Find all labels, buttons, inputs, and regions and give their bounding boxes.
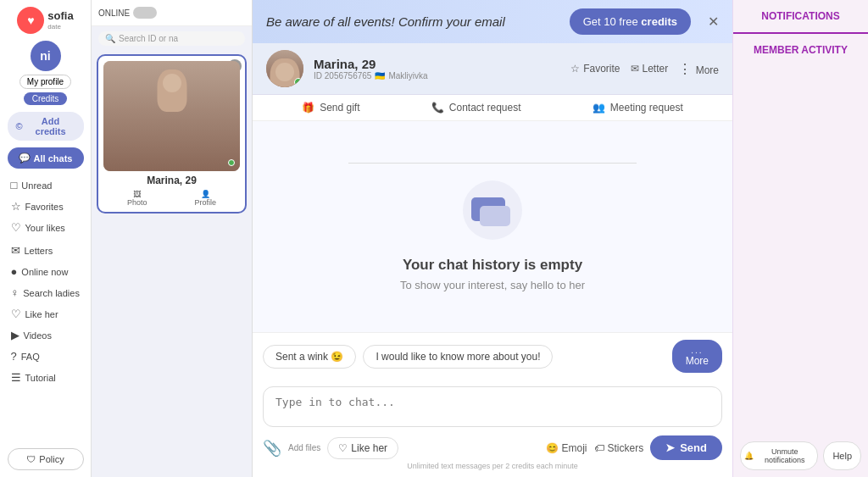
stickers-button[interactable]: 🏷 Stickers — [594, 442, 644, 454]
send-gift-label: Send gift — [320, 102, 359, 114]
banner-close-icon[interactable]: ✕ — [708, 14, 719, 30]
my-profile-button[interactable]: My profile — [19, 75, 71, 89]
sidebar-item-online-now[interactable]: ● Online now — [8, 262, 84, 281]
banner-message: Be aware of all events! Confirm your ema… — [266, 14, 505, 29]
sidebar-item-faq[interactable]: ? FAQ — [8, 347, 84, 366]
sidebar: ♥ sofia date ni My profile Credits © Add… — [0, 0, 92, 477]
input-actions: 📎 Add files ♡ Like her 😊 Emoji 🏷 Sticker… — [263, 435, 722, 460]
profile-icon: 👤 — [201, 190, 210, 198]
sidebar-item-search-ladies[interactable]: ♀ Search ladies — [8, 283, 84, 302]
help-button[interactable]: Help — [823, 441, 861, 470]
profile-id-row: ID 2056756765 🇺🇦 Makliyivka — [314, 71, 560, 80]
input-area: 📎 Add files ♡ Like her 😊 Emoji 🏷 Sticker… — [253, 380, 732, 477]
chat-body: Your chat history is empty To show your … — [253, 121, 732, 332]
all-chats-button[interactable]: 💬 All chats — [8, 147, 84, 169]
profile-tab[interactable]: 👤 Profile — [194, 190, 216, 207]
send-label: Send — [680, 441, 707, 454]
chat-card[interactable]: ✕ Marina, 29 🖼 Photo 👤 Profile — [97, 54, 247, 214]
sidebar-item-tutorial[interactable]: ☰ Tutorial — [8, 368, 84, 387]
chat-card-photo — [103, 61, 240, 171]
letter-icon: ✉ — [11, 244, 20, 257]
sidebar-filters: □ Unread ☆ Favorites ♡ Your likes — [8, 175, 84, 237]
chat-list-area: ONLINE 🔍 Search ID or na ✕ Marina, 29 🖼 … — [92, 0, 253, 477]
logo-sub: date — [47, 23, 73, 31]
chat-input[interactable] — [263, 386, 722, 427]
star-icon: ☆ — [11, 200, 21, 213]
more-btn-label: More — [686, 355, 709, 367]
online-switch[interactable] — [133, 7, 157, 19]
like-icon: ♡ — [11, 308, 21, 320]
search-icon: 🔍 — [105, 34, 115, 43]
empty-chat-sub: To show your interest, say hello to her — [400, 279, 585, 291]
search-bar[interactable]: 🔍 Search ID or na — [98, 31, 245, 46]
search-ladies-icon: ♀ — [11, 286, 19, 299]
policy-button[interactable]: 🛡 Policy — [8, 448, 84, 470]
star-icon: ☆ — [570, 63, 580, 75]
emoji-icon: 😊 — [546, 442, 559, 454]
unread-icon: □ — [11, 179, 18, 191]
contact-request-button[interactable]: 📞 Contact request — [431, 102, 521, 114]
emoji-button[interactable]: 😊 Emoji — [546, 442, 587, 454]
profile-online-dot — [294, 78, 303, 86]
sidebar-item-unread[interactable]: □ Unread — [8, 175, 84, 195]
divider — [348, 163, 637, 164]
shield-icon: 🛡 — [26, 454, 36, 464]
logo-name: sofia — [47, 10, 73, 22]
videos-label: Videos — [24, 330, 52, 341]
search-ladies-label: Search ladies — [23, 288, 80, 298]
unmute-button[interactable]: 🔔 Unmute notifications — [740, 441, 818, 470]
attach-button[interactable]: 📎 — [263, 439, 281, 458]
action-bar: 🎁 Send gift 📞 Contact request 👥 Meeting … — [253, 95, 732, 121]
sidebar-item-letters[interactable]: ✉ Letters — [8, 241, 84, 260]
add-credits-button[interactable]: © Add credits — [8, 112, 84, 141]
photo-tab[interactable]: 🖼 Photo — [127, 190, 147, 207]
more-quick-button[interactable]: ... More — [672, 340, 722, 373]
favorite-button[interactable]: ☆ Favorite — [570, 63, 620, 75]
right-panel: NOTIFICATIONS MEMBER ACTIVITY 🔔 Unmute n… — [732, 0, 868, 477]
avatar: ni — [31, 41, 61, 71]
know-more-button[interactable]: I would like to know more about you! — [363, 345, 553, 369]
sticker-icon: 🏷 — [594, 442, 604, 454]
emoji-label: Emoji — [562, 442, 587, 454]
meeting-request-button[interactable]: 👥 Meeting request — [593, 102, 683, 114]
profile-label: Profile — [194, 198, 216, 207]
online-now-label: Online now — [21, 267, 68, 277]
quick-replies: Sent a wink 😉 I would like to know more … — [253, 332, 732, 380]
banner-text: Be aware of all events! Confirm your ema… — [266, 14, 559, 29]
letters-label: Letters — [25, 246, 53, 256]
credits-bold-label: credits — [641, 15, 677, 28]
notifications-tab[interactable]: NOTIFICATIONS — [733, 0, 868, 34]
more-dots: ... — [691, 346, 703, 355]
more-button[interactable]: ⋮ More — [678, 61, 719, 77]
search-placeholder: Search ID or na — [119, 34, 178, 43]
sidebar-item-favorites[interactable]: ☆ Favorites — [8, 197, 84, 216]
unmute-label: Unmute notifications — [755, 447, 814, 464]
like-her-input-button[interactable]: ♡ Like her — [327, 437, 398, 459]
sidebar-nav: ✉ Letters ● Online now ♀ Search ladies ♡… — [8, 241, 84, 387]
heart-input-icon: ♡ — [338, 442, 348, 454]
sidebar-bottom: 🛡 Policy — [8, 448, 84, 470]
online-toggle[interactable]: ONLINE — [98, 7, 157, 19]
get-free-label: Get 10 free — [583, 15, 638, 28]
profile-actions: ☆ Favorite ✉ Letter ⋮ More — [570, 61, 719, 77]
flag-icon: 🇺🇦 — [375, 71, 385, 80]
logo-text-area: sofia date — [47, 10, 73, 30]
sidebar-item-videos[interactable]: ▶ Videos — [8, 325, 84, 345]
send-gift-button[interactable]: 🎁 Send gift — [302, 102, 359, 114]
add-files-label: Add files — [288, 443, 320, 452]
get-credits-button[interactable]: Get 10 free credits — [570, 8, 691, 35]
send-button[interactable]: ➤ Send — [650, 435, 722, 460]
profile-location: Makliyivka — [388, 71, 427, 80]
sidebar-item-like-her[interactable]: ♡ Like her — [8, 304, 84, 324]
online-icon: ● — [11, 265, 18, 278]
chat-icon: 💬 — [19, 153, 31, 164]
tutorial-icon: ☰ — [11, 371, 21, 384]
member-activity-tab[interactable]: MEMBER ACTIVITY — [733, 34, 868, 66]
letter-button[interactable]: ✉ Letter — [631, 63, 669, 75]
profile-name: Marina, 29 — [314, 57, 560, 71]
like-her-input-label: Like her — [351, 442, 387, 454]
credits-button[interactable]: Credits — [24, 92, 68, 105]
wink-button[interactable]: Sent a wink 😉 — [263, 345, 356, 369]
sidebar-item-your-likes[interactable]: ♡ Your likes — [8, 218, 84, 237]
chat-card-name: Marina, 29 — [103, 175, 240, 186]
